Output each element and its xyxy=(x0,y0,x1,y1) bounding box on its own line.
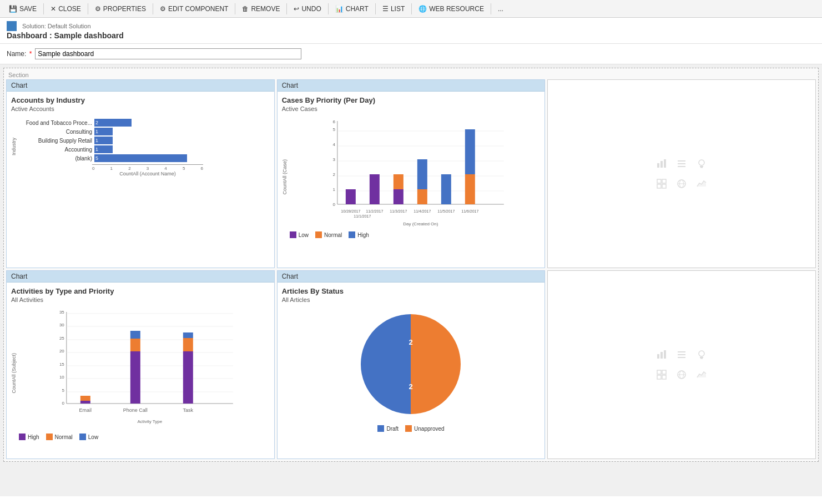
chart4-title: Articles By Status xyxy=(282,287,541,295)
close-button[interactable]: ✕ CLOSE xyxy=(46,3,85,14)
grid-icon[interactable] xyxy=(656,369,667,380)
empty-panel-top-right xyxy=(547,79,816,268)
legend-item: Unapproved xyxy=(405,425,444,432)
toolbar-separator xyxy=(375,3,376,14)
svg-text:10: 10 xyxy=(59,375,64,380)
toolbar-separator xyxy=(411,3,412,14)
chart-panel-1: Chart Accounts by Industry Active Accoun… xyxy=(6,79,275,268)
chart1-subtitle: Active Accounts xyxy=(11,105,270,112)
edit-gear-icon: ⚙ xyxy=(160,5,166,13)
list-icon[interactable] xyxy=(676,349,687,360)
legend-color xyxy=(46,434,53,440)
list-icon: ☰ xyxy=(382,5,389,13)
hbar-row: Accounting 1 xyxy=(20,145,270,153)
svg-rect-41 xyxy=(662,179,666,183)
toolbar-separator xyxy=(43,3,44,14)
toolbar-separator xyxy=(153,3,153,14)
svg-text:Day (Created On): Day (Created On) xyxy=(403,221,438,226)
legend-item: Draft xyxy=(377,425,399,432)
save-button[interactable]: 💾 SAVE xyxy=(4,3,41,14)
svg-text:Activity Type: Activity Type xyxy=(137,419,162,424)
bar-chart-icon[interactable] xyxy=(656,158,667,169)
list-icon[interactable] xyxy=(676,158,687,169)
svg-text:Task: Task xyxy=(183,407,194,413)
legend-color xyxy=(315,231,322,238)
toolbar-separator xyxy=(88,3,88,14)
svg-point-85 xyxy=(699,351,704,356)
icon-row xyxy=(656,369,707,380)
grid-icon[interactable] xyxy=(656,178,667,189)
svg-rect-65 xyxy=(80,401,90,404)
hbar-label: Consulting xyxy=(20,129,92,135)
svg-text:2: 2 xyxy=(332,172,335,177)
list-button[interactable]: ☰ LIST xyxy=(378,3,409,14)
svg-rect-34 xyxy=(678,160,685,162)
save-icon: 💾 xyxy=(9,5,17,13)
svg-rect-15 xyxy=(369,174,379,204)
legend-item: Low xyxy=(290,231,309,238)
chart2-body: Cases By Priority (Per Day) Active Cases… xyxy=(278,92,545,268)
legend-item: Normal xyxy=(46,434,73,440)
bar-chart-icon[interactable] xyxy=(656,349,667,360)
svg-rect-80 xyxy=(660,352,663,359)
chart3-subtitle: All Activities xyxy=(11,296,270,303)
svg-rect-86 xyxy=(700,357,703,358)
pie-chart-svg: 2 2 xyxy=(355,309,466,420)
chart2-legend: Low Normal High xyxy=(290,231,541,238)
gear-icon: ⚙ xyxy=(95,5,101,13)
svg-text:5: 5 xyxy=(332,127,335,132)
edit-component-button[interactable]: ⚙ EDIT COMPONENT xyxy=(155,3,233,14)
chart2-subtitle: Active Cases xyxy=(282,105,541,112)
svg-text:11/6/2017: 11/6/2017 xyxy=(461,209,478,213)
solution-label: Solution: Default Solution xyxy=(7,21,815,31)
name-label: Name: * xyxy=(7,50,32,58)
svg-rect-33 xyxy=(664,159,666,168)
svg-rect-83 xyxy=(678,354,685,355)
svg-text:Phone Call: Phone Call xyxy=(123,407,148,413)
empty-panel-bottom-right xyxy=(547,270,816,459)
chart4-body: Articles By Status All Articles 2 2 xyxy=(278,283,545,458)
hbar-label: Accounting xyxy=(20,147,92,153)
chart3-svg: 0 5 10 15 20 25 30 35 xyxy=(19,306,270,429)
light-bulb-icon[interactable] xyxy=(696,158,707,169)
svg-text:5: 5 xyxy=(62,388,64,393)
svg-rect-67 xyxy=(130,351,140,404)
legend-item: Low xyxy=(79,434,98,440)
svg-rect-21 xyxy=(465,174,475,204)
chart2-header: Chart xyxy=(278,80,545,92)
chart2-y-label: CountAll (Case) xyxy=(282,159,288,195)
hbar-label: Food and Tobacco Proce... xyxy=(20,120,92,126)
svg-text:6: 6 xyxy=(332,119,335,124)
web-resource-button[interactable]: 🌐 WEB RESOURCE xyxy=(414,3,488,14)
globe-icon[interactable] xyxy=(676,369,687,380)
svg-rect-17 xyxy=(393,174,403,189)
svg-rect-70 xyxy=(183,351,193,404)
name-row: Name: * xyxy=(0,44,822,64)
svg-text:3: 3 xyxy=(332,157,335,162)
svg-rect-22 xyxy=(465,129,475,174)
page-title: Dashboard : Sample dashboard xyxy=(7,31,815,40)
hbar-label: Building Supply Retail xyxy=(20,138,92,144)
svg-rect-16 xyxy=(393,189,403,204)
chart1-bars: Food and Tobacco Proce... 2 Consulting 1 xyxy=(20,119,270,162)
close-icon: ✕ xyxy=(51,5,56,13)
chart4-legend: Draft Unapproved xyxy=(282,425,541,432)
globe-icon[interactable] xyxy=(676,178,687,189)
solution-icon xyxy=(7,21,17,31)
chart-button[interactable]: 📊 CHART xyxy=(331,3,373,14)
remove-button[interactable]: 🗑 REMOVE xyxy=(238,3,284,14)
trash-icon: 🗑 xyxy=(242,5,249,13)
area-chart-icon[interactable] xyxy=(696,369,707,380)
chart-grid: Chart Accounts by Industry Active Accoun… xyxy=(6,79,816,459)
undo-button[interactable]: ↩ UNDO xyxy=(289,3,325,14)
properties-button[interactable]: ⚙ PROPERTIES xyxy=(90,3,150,14)
svg-text:11/1/2017: 11/1/2017 xyxy=(354,214,371,218)
area-chart-icon[interactable] xyxy=(696,178,707,189)
svg-rect-82 xyxy=(678,351,685,352)
more-button[interactable]: ... xyxy=(493,3,508,14)
light-bulb-icon[interactable] xyxy=(696,349,707,360)
chart3-y-label: CountAll (Subject) xyxy=(11,353,17,394)
name-input[interactable] xyxy=(35,48,301,59)
svg-rect-71 xyxy=(183,338,193,351)
hbar-bar: 2 xyxy=(94,119,132,127)
